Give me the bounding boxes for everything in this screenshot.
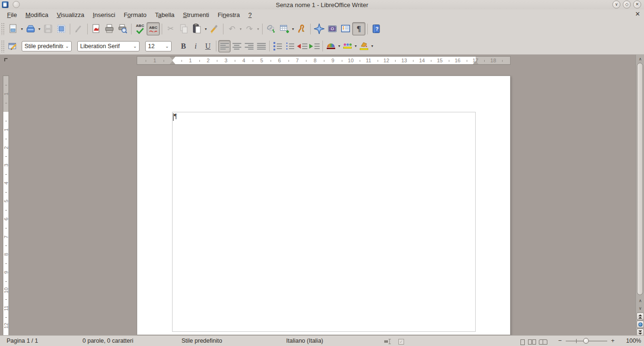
scrollbar-thumb[interactable]	[637, 63, 643, 295]
underline-button[interactable]: U	[202, 40, 214, 52]
chevron-down-icon[interactable]: ⌄	[63, 44, 69, 49]
undo-dropdown-icon[interactable]: ▾	[239, 27, 243, 31]
menu-modifica[interactable]: Modifica	[21, 10, 52, 19]
menu-strumenti[interactable]: Strumenti	[179, 10, 214, 19]
selection-mode-icon[interactable]: ✓	[398, 339, 404, 345]
chevron-down-icon[interactable]: ⌄	[131, 44, 137, 49]
font-color-dropdown-icon[interactable]: ▾	[337, 44, 341, 48]
find-replace-button[interactable]	[313, 22, 326, 35]
redo-dropdown-icon[interactable]: ▾	[256, 27, 260, 31]
highlight-color-button[interactable]	[341, 40, 354, 52]
insert-hyperlink-button[interactable]	[264, 22, 278, 35]
paste-button[interactable]	[190, 22, 204, 35]
highlight-color-dropdown-icon[interactable]: ▾	[354, 44, 358, 48]
send-email-button[interactable]	[55, 22, 68, 35]
spelling-button[interactable]: ABC	[133, 22, 147, 35]
auto-spellcheck-button[interactable]: ABC	[147, 22, 160, 35]
align-left-button[interactable]	[218, 40, 231, 52]
previous-page-button[interactable]	[636, 312, 644, 320]
justify-button[interactable]	[255, 40, 267, 52]
left-indent-marker[interactable]	[170, 61, 175, 64]
book-view-button[interactable]	[539, 339, 547, 346]
edit-mode-button[interactable]	[72, 22, 85, 35]
window-shade-button[interactable]: ∨	[612, 0, 620, 8]
styles-button[interactable]	[7, 40, 19, 52]
copy-button[interactable]	[177, 22, 190, 35]
align-center-button[interactable]	[231, 40, 243, 52]
chevron-down-icon[interactable]: ⌄	[163, 44, 169, 49]
window-maximize-button[interactable]: ◇	[623, 0, 631, 8]
save-button[interactable]	[41, 22, 55, 35]
menu-tabella[interactable]: Tabella	[151, 10, 179, 19]
background-color-dropdown-icon[interactable]: ▾	[370, 44, 374, 48]
menu-visualizza[interactable]: Visualizza	[52, 10, 88, 19]
clone-formatting-button[interactable]	[208, 22, 221, 35]
cut-button[interactable]: ✂	[164, 22, 177, 35]
window-menu-button[interactable]	[13, 1, 20, 8]
multi-page-view-button[interactable]	[528, 339, 536, 346]
insert-mode-icon[interactable]	[384, 340, 392, 344]
menu-inserisci[interactable]: Inserisci	[89, 10, 120, 19]
ordered-list-button[interactable]	[272, 40, 284, 52]
redo-button[interactable]: ↷	[243, 22, 256, 35]
new-document-button[interactable]	[7, 22, 20, 35]
font-name-combobox[interactable]: Liberation Serif ⌄	[77, 41, 140, 51]
paragraph-style-combobox[interactable]: Stile predefinito ⌄	[22, 41, 72, 51]
open-dropdown-icon[interactable]: ▾	[37, 27, 41, 31]
italic-button[interactable]: i	[190, 40, 202, 52]
menu-help[interactable]: ?	[244, 10, 256, 19]
scroll-down-chevron[interactable]: ∨	[636, 305, 644, 312]
menu-finestra[interactable]: Finestra	[214, 10, 244, 19]
font-color-button[interactable]	[325, 40, 337, 52]
print-preview-button[interactable]	[116, 22, 129, 35]
language-status[interactable]: Italiano (Italia)	[286, 338, 323, 344]
tab-stop-selector[interactable]	[3, 57, 9, 63]
vertical-scrollbar[interactable]: ∧ ∧ ∨	[636, 55, 644, 335]
export-pdf-button[interactable]	[90, 22, 103, 35]
menu-file[interactable]: File	[3, 10, 21, 19]
titlebar[interactable]: Senza nome 1 - LibreOffice Writer ∨ ◇ ✕	[0, 0, 644, 9]
toolbar-grip[interactable]	[1, 40, 5, 52]
horizontal-ruler[interactable]: 1123456789101112131415161718	[137, 56, 511, 65]
help-button[interactable]: ?	[370, 22, 383, 35]
single-page-view-button[interactable]	[520, 339, 525, 346]
toolbar-grip[interactable]	[1, 23, 5, 35]
next-page-button[interactable]	[636, 329, 644, 335]
align-right-button[interactable]	[243, 40, 255, 52]
increase-indent-button[interactable]	[308, 40, 321, 52]
vertical-ruler[interactable]: 1123456789101112	[3, 76, 9, 335]
unordered-list-button[interactable]	[284, 40, 296, 52]
print-button[interactable]	[103, 22, 116, 35]
bold-button[interactable]: B	[177, 40, 190, 52]
vruler-tick	[5, 139, 7, 139]
zoom-out-button[interactable]: −	[558, 337, 562, 344]
navigate-by-button[interactable]	[636, 321, 644, 328]
scroll-up-button[interactable]: ∧	[636, 56, 644, 62]
undo-button[interactable]: ↶	[225, 22, 239, 35]
close-document-icon[interactable]: ✕	[635, 10, 640, 17]
scroll-up-chevron[interactable]: ∧	[636, 297, 644, 304]
background-color-button[interactable]	[358, 40, 370, 52]
navigator-button[interactable]	[326, 22, 339, 35]
window-close-button[interactable]: ✕	[633, 0, 641, 8]
formatting-marks-button[interactable]: ¶	[352, 22, 365, 35]
font-size-combobox[interactable]: 12 ⌄	[145, 41, 172, 51]
page-style-status[interactable]: Stile predefinito	[182, 338, 222, 344]
decrease-indent-button[interactable]	[296, 40, 308, 52]
zoom-level[interactable]: 100%	[621, 338, 641, 344]
gallery-button[interactable]	[339, 22, 352, 35]
paste-dropdown-icon[interactable]: ▾	[204, 27, 208, 31]
insert-table-button[interactable]	[278, 22, 291, 35]
page-number-status[interactable]: Pagina 1 / 1	[7, 338, 38, 344]
zoom-slider-thumb[interactable]	[583, 338, 589, 344]
document-page[interactable]: ¶	[137, 76, 511, 335]
writer-app-icon[interactable]	[2, 1, 8, 8]
new-document-dropdown-icon[interactable]: ▾	[20, 27, 24, 31]
open-button[interactable]	[24, 22, 37, 35]
first-line-indent-marker[interactable]	[170, 57, 175, 60]
zoom-in-button[interactable]: +	[611, 337, 615, 344]
word-count-status[interactable]: 0 parole, 0 caratteri	[83, 338, 133, 344]
menu-formato[interactable]: Formato	[119, 10, 150, 19]
draw-functions-button[interactable]	[295, 22, 308, 35]
insert-table-dropdown-icon[interactable]: ▾	[291, 27, 295, 31]
